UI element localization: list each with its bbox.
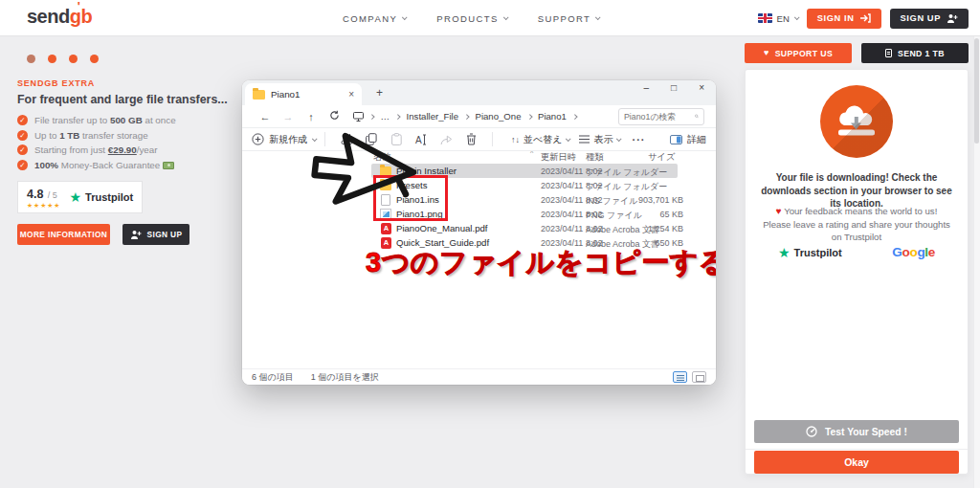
explorer-tab[interactable]: Piano1 × [245,83,362,105]
google-logo[interactable]: Google [892,245,935,259]
minimize-button[interactable]: – [644,82,650,93]
table-row[interactable]: Presets 2023/04/11 8:02 ファイル フォルダー [371,178,678,192]
file-explorer-window: Piano1 × + – □ × ← → ↑ … Installer_File … [242,80,716,385]
divider [746,449,968,450]
support-us-button[interactable]: ♥SUPPORT US [745,43,852,63]
column-name[interactable]: 名前 [373,151,391,164]
selected-count: 1 個の項目を選択 [311,371,379,384]
sign-up-button[interactable]: SIGN UP [890,9,969,29]
more-information-button[interactable]: MORE INFORMATION [17,224,110,245]
this-pc-icon [353,112,364,122]
file-icon: A [381,223,391,234]
breadcrumb-item[interactable]: Installer_File [407,111,458,122]
sendgb-logo[interactable]: send'gb [27,6,92,28]
send-1tb-button[interactable]: SEND 1 TB [861,43,969,63]
breadcrumb: … Installer_File Piano_One Piano1 [353,111,618,122]
rating-score: 4.8 [27,188,43,201]
pagination-dots[interactable] [27,55,99,63]
page-scrollbar[interactable] [973,36,980,488]
chevron-down-icon [595,14,601,20]
column-type[interactable]: 種類 [586,151,604,164]
dot[interactable] [48,55,56,63]
speedometer-icon [806,426,817,437]
sort-button[interactable]: ↑↓ 並べ替え [511,133,569,146]
new-tab-button[interactable]: + [370,84,389,101]
dot[interactable] [69,55,78,63]
file-icon [380,209,391,219]
language-selector[interactable]: EN [758,13,798,24]
search-input[interactable] [624,112,691,122]
breadcrumb-item[interactable]: Piano_One [475,111,521,122]
forward-button[interactable]: → [277,111,300,122]
chevron-right-icon [572,114,577,119]
scrollbar-thumb[interactable] [974,38,979,144]
tab-title: Piano1 [271,89,343,100]
okay-button[interactable]: Okay [754,451,959,474]
refresh-button[interactable] [323,110,345,122]
list-view-toggle[interactable] [673,371,687,383]
promo-panel: SENDGB EXTRA For frequent and large file… [17,78,237,245]
logo-text-gb: 'gb [70,6,92,27]
feature-item: ✓ 100% Money-Back Guarantee [17,160,237,170]
view-button[interactable]: 表示 [579,133,620,146]
cut-button[interactable] [334,133,359,145]
trustpilot-link[interactable]: ★ Trustpilot [778,246,842,259]
rename-button[interactable]: A [409,134,434,145]
person-plus-icon [947,13,958,23]
plus-circle-icon [252,133,264,145]
new-item-button[interactable]: 新規作成 [252,133,316,146]
close-button[interactable]: × [699,82,704,93]
table-row[interactable]: Plugin Installer 2023/04/11 8:02 ファイル フォ… [371,164,678,178]
file-name: PianoOne_Manual.pdf [396,223,487,233]
copy-icon [366,133,377,145]
nav-company[interactable]: COMPANY [343,13,406,24]
table-row[interactable]: Piano1.png 2023/04/11 8:02 PNG ファイル 65 K… [371,207,678,221]
sign-in-button[interactable]: SIGN IN [807,9,881,29]
paste-button[interactable] [384,133,409,145]
up-button[interactable]: ↑ [300,111,323,122]
more-options-button[interactable]: ··· [632,134,645,145]
breadcrumb-item[interactable]: Piano1 [538,111,567,122]
top-navbar: send'gb COMPANY PRODUCTS SUPPORT EN SIGN… [0,0,980,36]
search-box[interactable] [618,108,704,125]
logo-text-send: send [27,6,70,27]
details-pane-button[interactable]: 詳細 [670,133,706,146]
feature-list: ✓ File transfer up to 500 GB at once ✓ U… [17,115,237,170]
file-icon [380,181,391,190]
large-icons-view-toggle[interactable] [692,371,706,383]
delete-button[interactable] [458,133,483,145]
breadcrumb-ellipsis[interactable]: … [381,111,390,122]
file-type: ファイル フォルダー [586,166,667,179]
file-size: 65 KB [601,210,683,219]
column-size[interactable]: サイズ [648,151,676,164]
file-name: Presets [396,180,428,190]
person-plus-icon [130,230,142,239]
sign-in-icon [860,13,871,23]
dot[interactable] [90,55,99,63]
trustpilot-widget[interactable]: 4.8 / 5 ★★★★★ ★ Trustpilot [17,181,143,214]
nav-support[interactable]: SUPPORT [538,13,600,24]
file-name: Piano1.ins [396,194,439,205]
document-icon [885,49,892,57]
dot[interactable] [27,55,35,63]
table-row[interactable]: A PianoOne_Manual.pdf 2023/04/11 8:02 Ad… [371,221,678,235]
table-row[interactable]: Piano1.ins 2023/04/11 8:02 INS ファイル 903,… [371,192,678,207]
promo-sign-up-button[interactable]: SIGN UP [122,224,189,245]
column-date[interactable]: 更新日時 [541,151,576,164]
column-headers: 名前 ^ 更新日時 種類 サイズ [371,151,708,164]
tab-close-icon[interactable]: × [348,89,354,100]
view-list-icon [579,135,590,144]
uk-flag-icon [758,13,772,23]
nav-products[interactable]: PRODUCTS [436,13,507,24]
rating-stars: ★★★★★ [27,203,60,210]
feature-item: ✓ Up to 1 TB transfer storage [17,130,237,141]
share-button[interactable] [434,134,458,145]
sort-arrows-icon: ↑↓ [511,135,520,144]
rating-outof: / 5 [48,190,57,200]
copy-button[interactable] [359,133,384,145]
feature-item: ✓ Starting from just €29.90/year [17,144,237,155]
back-button[interactable]: ← [254,111,277,122]
maximize-button[interactable]: □ [671,82,677,93]
test-speed-button[interactable]: Test Your Speed ! [754,420,959,443]
download-card: Your file is downloading! Check the down… [745,69,969,475]
